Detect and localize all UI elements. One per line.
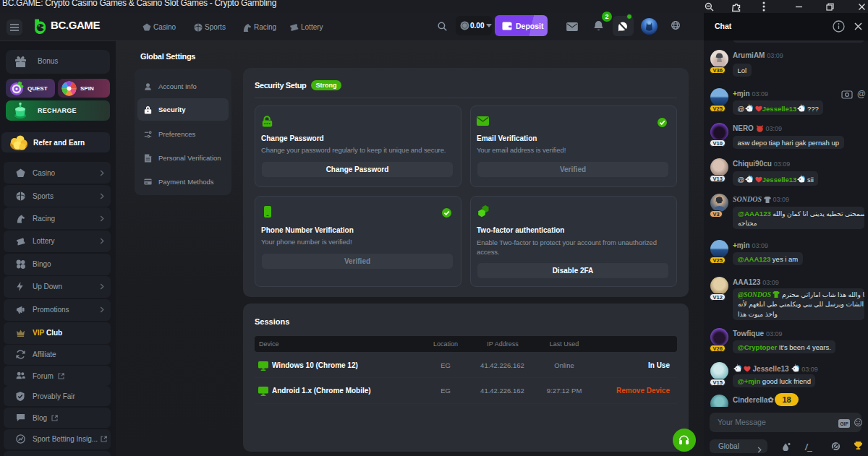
svg-text:GIF: GIF [840, 421, 848, 426]
